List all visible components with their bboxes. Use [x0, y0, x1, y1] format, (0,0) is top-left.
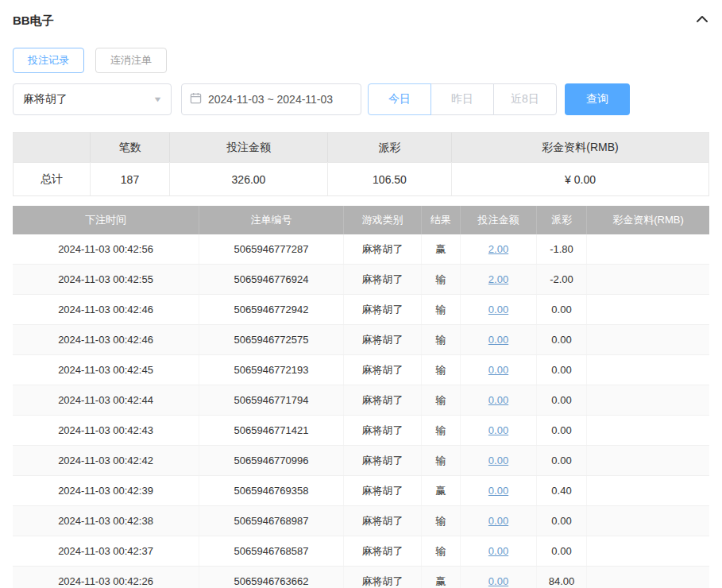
cell-result: 输 [422, 506, 461, 536]
cell-payout: -2.00 [537, 265, 587, 294]
table-row: 2024-11-03 00:42:44 5065946771794 麻将胡了 输… [13, 385, 709, 416]
last-8-days-button[interactable]: 近8日 [493, 83, 557, 115]
game-select-value: 麻将胡了 [23, 92, 68, 106]
cell-jackpot [587, 416, 709, 445]
col-header-order: 注单编号 [199, 206, 344, 234]
cell-jackpot [587, 567, 709, 588]
page-title: BB电子 [13, 14, 54, 29]
cell-jackpot [587, 355, 709, 385]
cell-game-type: 麻将胡了 [344, 325, 422, 354]
record-type-tabs: 投注记录 连消注单 [13, 48, 709, 73]
table-row: 2024-11-03 00:42:26 5065946763662 麻将胡了 赢… [13, 567, 709, 588]
cell-game-type: 麻将胡了 [344, 234, 422, 264]
collapse-panel-button[interactable] [695, 14, 709, 28]
cell-payout: 0.00 [537, 446, 587, 475]
filter-bar: 麻将胡了 ▼ 2024-11-03 ~ 2024-11-03 今日 昨日 近8日… [13, 83, 709, 115]
cell-order-number: 5065946772575 [199, 325, 344, 354]
bet-amount-link[interactable]: 0.00 [488, 455, 508, 466]
col-header-game: 游戏类别 [344, 206, 422, 234]
cell-payout: 0.00 [537, 325, 587, 354]
bet-amount-link[interactable]: 2.00 [488, 243, 508, 255]
table-row: 2024-11-03 00:42:45 5065946772193 麻将胡了 输… [13, 355, 709, 385]
cell-bet-time: 2024-11-03 00:42:39 [13, 476, 199, 505]
tab-bet-records[interactable]: 投注记录 [13, 48, 84, 73]
tab-cascade-orders[interactable]: 连消注单 [95, 48, 167, 73]
cell-order-number: 5065946768587 [199, 536, 344, 566]
cell-result: 输 [422, 416, 461, 445]
cell-order-number: 5065946772942 [199, 295, 344, 324]
today-button[interactable]: 今日 [368, 83, 431, 115]
cell-jackpot [587, 446, 709, 475]
bet-amount-link[interactable]: 0.00 [488, 394, 508, 406]
cell-order-number: 5065946763662 [199, 567, 344, 588]
cell-bet-time: 2024-11-03 00:42:42 [13, 446, 199, 475]
cell-game-type: 麻将胡了 [344, 416, 422, 445]
cell-game-type: 麻将胡了 [344, 295, 422, 324]
cell-game-type: 麻将胡了 [344, 567, 422, 588]
summary-header-jackpot: 彩金资料(RMB) [452, 133, 708, 162]
cell-payout: 0.00 [537, 536, 587, 566]
cell-payout: -1.80 [537, 234, 587, 264]
cell-result: 输 [422, 355, 461, 385]
col-header-time: 下注时间 [13, 206, 199, 234]
bet-amount-link[interactable]: 2.00 [488, 273, 508, 285]
bet-amount-link[interactable]: 0.00 [488, 545, 508, 557]
records-table: 下注时间 注单编号 游戏类别 结果 投注金额 派彩 彩金资料(RMB) 2024… [13, 206, 709, 588]
cell-result: 赢 [422, 234, 461, 264]
summary-total-amount: 326.00 [170, 162, 328, 195]
cell-game-type: 麻将胡了 [344, 355, 422, 385]
cell-game-type: 麻将胡了 [344, 446, 422, 475]
game-select[interactable]: 麻将胡了 ▼ [13, 83, 172, 115]
records-header-row: 下注时间 注单编号 游戏类别 结果 投注金额 派彩 彩金资料(RMB) [13, 206, 709, 234]
cell-bet-time: 2024-11-03 00:42:43 [13, 416, 199, 445]
cell-order-number: 5065946776924 [199, 265, 344, 294]
bet-amount-link[interactable]: 0.00 [488, 334, 508, 346]
cell-order-number: 5065946771421 [199, 416, 344, 445]
col-header-amount: 投注金额 [461, 206, 537, 234]
date-range-value: 2024-11-03 ~ 2024-11-03 [208, 93, 333, 106]
cell-order-number: 5065946768987 [199, 506, 344, 536]
cell-game-type: 麻将胡了 [344, 385, 422, 415]
date-range-picker[interactable]: 2024-11-03 ~ 2024-11-03 [181, 83, 361, 115]
col-header-result: 结果 [422, 206, 461, 234]
cell-result: 赢 [422, 567, 461, 588]
table-row: 2024-11-03 00:42:39 5065946769358 麻将胡了 赢… [13, 476, 709, 506]
cell-game-type: 麻将胡了 [344, 476, 422, 505]
cell-payout: 84.00 [537, 567, 587, 588]
bet-amount-link[interactable]: 0.00 [488, 424, 508, 436]
panel-header: BB电子 [0, 0, 722, 29]
cell-game-type: 麻将胡了 [344, 536, 422, 566]
cell-jackpot [587, 325, 709, 354]
cell-result: 输 [422, 295, 461, 324]
cell-jackpot [587, 265, 709, 294]
cell-payout: 0.00 [537, 506, 587, 536]
bet-amount-link[interactable]: 0.00 [488, 515, 508, 527]
query-button[interactable]: 查询 [565, 83, 630, 115]
cell-bet-time: 2024-11-03 00:42:55 [13, 265, 199, 294]
table-row: 2024-11-03 00:42:43 5065946771421 麻将胡了 输… [13, 416, 709, 446]
col-header-payout: 派彩 [537, 206, 587, 234]
summary-table: 笔数 投注金额 派彩 彩金资料(RMB) 总计 187 326.00 106.5… [13, 132, 709, 196]
cell-order-number: 5065946772193 [199, 355, 344, 385]
cell-jackpot [587, 295, 709, 324]
yesterday-button[interactable]: 昨日 [430, 83, 494, 115]
cell-jackpot [587, 536, 709, 566]
table-row: 2024-11-03 00:42:38 5065946768987 麻将胡了 输… [13, 506, 709, 536]
table-row: 2024-11-03 00:42:56 5065946777287 麻将胡了 赢… [13, 234, 709, 265]
table-row: 2024-11-03 00:42:42 5065946770996 麻将胡了 输… [13, 446, 709, 476]
bet-amount-link[interactable]: 0.00 [488, 304, 508, 315]
bet-amount-link[interactable]: 0.00 [488, 575, 508, 587]
summary-total-count: 187 [91, 162, 170, 195]
summary-header-blank [14, 133, 91, 162]
cell-jackpot [587, 476, 709, 505]
summary-total-payout: 106.50 [328, 162, 452, 195]
cell-bet-time: 2024-11-03 00:42:44 [13, 385, 199, 415]
cell-payout: 0.00 [537, 385, 587, 415]
cell-jackpot [587, 234, 709, 264]
table-row: 2024-11-03 00:42:55 5065946776924 麻将胡了 输… [13, 265, 709, 295]
table-row: 2024-11-03 00:42:46 5065946772942 麻将胡了 输… [13, 295, 709, 325]
cell-result: 输 [422, 536, 461, 566]
cell-result: 输 [422, 325, 461, 354]
bet-amount-link[interactable]: 0.00 [488, 485, 508, 497]
bet-amount-link[interactable]: 0.00 [488, 364, 508, 376]
